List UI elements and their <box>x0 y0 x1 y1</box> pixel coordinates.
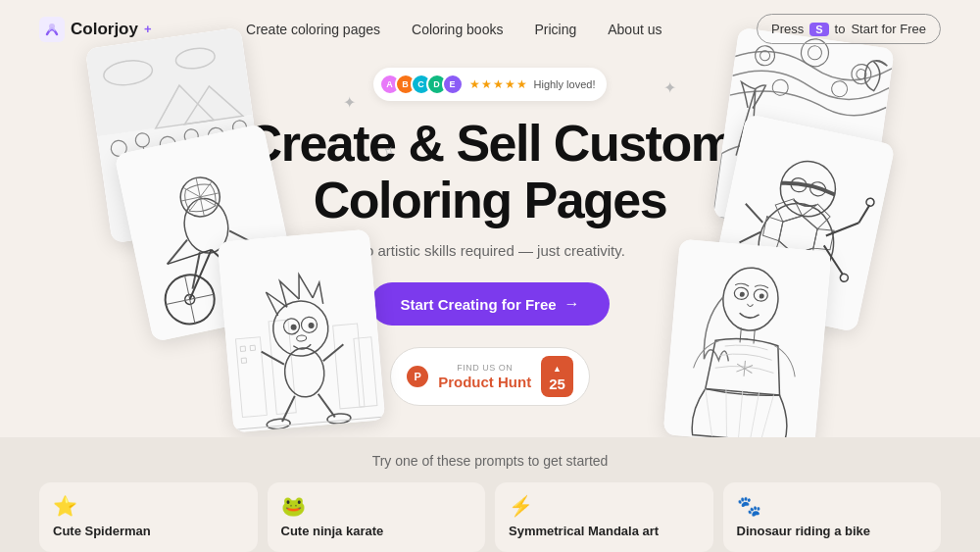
logo-icon <box>39 17 65 42</box>
prompts-grid: ⭐ Cute Spiderman 🐸 Cute ninja karate ⚡ S… <box>39 482 941 552</box>
prompt-label-3: Dinosaur riding a bike <box>737 524 928 540</box>
nav-cta-button[interactable]: Press S to Start for Free <box>757 14 941 44</box>
prompt-card-1[interactable]: 🐸 Cute ninja karate <box>268 482 486 552</box>
start-creating-button[interactable]: Start Creating for Free → <box>370 282 609 326</box>
main-headline: Create & Sell Custom Coloring Pages <box>246 115 735 228</box>
product-hunt-logo: P <box>407 366 428 387</box>
nav-pricing[interactable]: Pricing <box>534 22 576 37</box>
ph-find-text: FIND US ON <box>438 363 531 374</box>
sparkle-1: ✦ <box>343 93 356 112</box>
nav-links: Create coloring pages Coloring books Pri… <box>246 22 662 37</box>
cta-label: Start Creating for Free <box>400 296 556 313</box>
social-text: Highly loved! <box>534 78 596 90</box>
coloring-card-sonic <box>218 229 385 433</box>
coloring-card-elsa <box>663 239 832 448</box>
arrow-icon: → <box>564 295 580 313</box>
prompt-card-0[interactable]: ⭐ Cute Spiderman <box>39 482 258 552</box>
prompt-icon-2: ⚡ <box>509 494 700 518</box>
avatar-group: A B C D E <box>379 74 464 95</box>
nav-cta-label: Start for Free <box>851 22 926 36</box>
headline-line2: Coloring Pages <box>314 172 666 228</box>
prompt-label-1: Cute ninja karate <box>281 524 472 540</box>
logo-text: Colorjoy <box>71 20 138 39</box>
prompt-icon-0: ⭐ <box>53 494 244 518</box>
logo-plus: + <box>144 22 152 36</box>
nav-key-s: S <box>809 23 828 36</box>
star-rating: ★★★★★ <box>469 77 528 91</box>
prompt-label-2: Symmetrical Mandala art <box>509 524 700 540</box>
ph-score-num: 25 <box>549 376 565 393</box>
nav-cta-prefix: Press <box>771 22 804 36</box>
svg-rect-51 <box>218 229 385 433</box>
navbar: Colorjoy+ Create coloring pages Coloring… <box>0 0 980 58</box>
nav-create[interactable]: Create coloring pages <box>246 22 380 37</box>
subheadline: No artistic skills required — just creat… <box>355 242 625 259</box>
nav-cta-to: to <box>835 22 846 36</box>
ph-up-arrow: ▲ <box>553 364 562 374</box>
ph-name-text: Product Hunt <box>438 374 531 391</box>
prompt-card-3[interactable]: 🐾 Dinosaur riding a bike <box>723 482 942 552</box>
social-proof-badge: A B C D E ★★★★★ Highly loved! <box>373 68 608 101</box>
logo[interactable]: Colorjoy+ <box>39 17 152 42</box>
nav-about[interactable]: About us <box>608 22 662 37</box>
product-hunt-badge[interactable]: P FIND US ON Product Hunt ▲ 25 <box>390 347 590 406</box>
prompts-title: Try one of these prompts to get started <box>39 453 941 469</box>
sparkle-2: ✦ <box>663 78 676 97</box>
headline-line1: Create & Sell Custom <box>246 115 735 172</box>
bottom-section: Try one of these prompts to get started … <box>0 437 980 552</box>
avatar-5: E <box>442 74 464 95</box>
prompt-icon-1: 🐸 <box>281 494 472 518</box>
prompt-label-0: Cute Spiderman <box>53 524 244 540</box>
prompt-card-2[interactable]: ⚡ Symmetrical Mandala art <box>495 482 713 552</box>
prompt-icon-3: 🐾 <box>737 494 928 518</box>
nav-books[interactable]: Coloring books <box>412 22 503 37</box>
svg-rect-109 <box>663 239 832 448</box>
product-hunt-score: ▲ 25 <box>541 356 573 397</box>
product-hunt-text: FIND US ON Product Hunt <box>438 363 531 391</box>
